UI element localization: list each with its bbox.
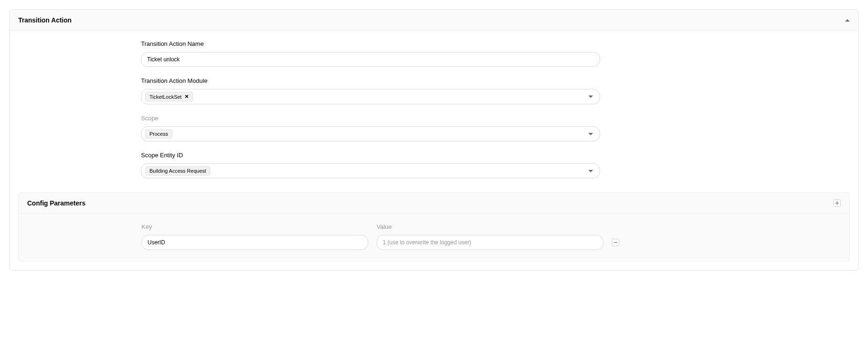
transition-action-name-input[interactable] [141,52,600,67]
parameter-key-input[interactable] [141,235,368,250]
scope-entity-chip-label: Building Access Request [149,168,206,174]
remove-parameter-button[interactable] [612,239,619,246]
module-chip-label: TicketLockSet [149,94,182,100]
minus-icon [613,240,618,245]
panel-body: Transition Action Name Transition Action… [10,31,858,192]
scope-entity-label: Scope Entity ID [141,152,600,159]
scope-chip-label: Process [149,131,168,137]
chevron-down-icon [588,95,593,98]
config-header: Config Parameters [19,193,849,214]
module-label: Transition Action Module [141,77,600,84]
parameter-value-input[interactable] [377,235,603,250]
key-column-label: Key [141,223,368,230]
config-body: Key Value [19,214,849,261]
collapse-icon[interactable] [845,19,850,22]
value-column-label: Value [377,223,603,230]
parameter-row: Key Value [141,223,619,250]
chevron-down-icon [588,133,593,135]
panel-header[interactable]: Transition Action [10,10,858,31]
plus-icon [835,201,839,205]
panel-title: Transition Action [18,16,72,24]
remove-chip-icon[interactable]: ✕ [185,94,189,100]
config-title: Config Parameters [27,199,85,207]
module-chip: TicketLockSet ✕ [145,92,193,102]
scope-entity-chip: Building Access Request [145,166,210,176]
add-parameter-button[interactable] [833,199,841,207]
chevron-down-icon [588,170,593,172]
name-label: Transition Action Name [141,40,600,47]
config-parameters-panel: Config Parameters Key Value [18,192,850,262]
scope-entity-select[interactable]: Building Access Request [141,163,600,178]
scope-select[interactable]: Process [141,126,600,141]
transition-action-module-select[interactable]: TicketLockSet ✕ [141,89,600,104]
transition-action-panel: Transition Action Transition Action Name… [9,9,859,271]
scope-label: Scope [141,115,600,122]
scope-chip: Process [145,129,172,139]
